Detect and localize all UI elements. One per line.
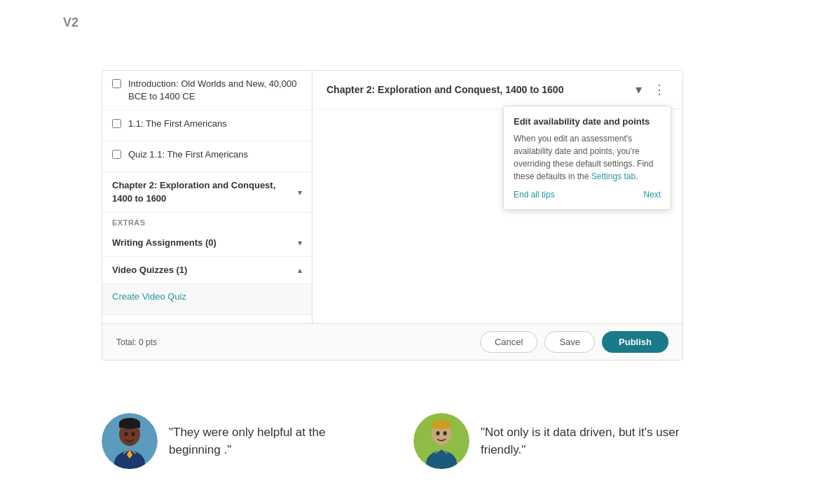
- checkbox-first-americans[interactable]: [112, 119, 121, 128]
- sidebar-item-intro[interactable]: Introduction: Old Worlds and New, 40,000…: [102, 71, 312, 111]
- sidebar-item-learning[interactable]: Learning the Keys to Physical Delivery S…: [102, 315, 312, 323]
- avatar-1: [102, 413, 158, 469]
- bottom-bar: Total: 0 pts Cancel Save Publish: [102, 323, 682, 360]
- sidebar-item-writing[interactable]: Writing Assignments (0) ▾: [102, 230, 312, 257]
- video-quizzes-chevron: ▴: [298, 265, 302, 275]
- avatar-2: [413, 413, 469, 469]
- content-area: Introduction: Old Worlds and New, 40,000…: [102, 71, 682, 323]
- chapter-chevron-btn[interactable]: ▾: [633, 80, 645, 99]
- svg-point-17: [437, 431, 440, 435]
- sidebar: Introduction: Old Worlds and New, 40,000…: [102, 71, 313, 323]
- testimonial-1: "They were only helpful at the beginning…: [102, 413, 371, 469]
- checkbox-quiz[interactable]: [112, 150, 121, 159]
- svg-rect-7: [119, 422, 140, 428]
- tooltip-popover: Edit availability date and points When y…: [503, 106, 671, 210]
- svg-rect-16: [432, 423, 451, 428]
- extras-label: EXTRAS: [102, 213, 312, 230]
- svg-point-8: [125, 432, 128, 436]
- create-video-quiz-link[interactable]: Create Video Quiz: [112, 291, 186, 302]
- tooltip-body: When you edit an assessment's availabili…: [514, 132, 661, 183]
- sidebar-item-chapter2[interactable]: Chapter 2: Exploration and Conquest, 140…: [102, 172, 312, 212]
- testimonial-2: "Not only is it data driven, but it's us…: [413, 413, 683, 469]
- chapter-title-actions: ▾ ⋮: [633, 80, 668, 99]
- chapter-title: Chapter 2: Exploration and Conquest, 140…: [327, 84, 563, 95]
- sidebar-item-video-quizzes[interactable]: Video Quizzes (1) ▴: [102, 257, 312, 284]
- svg-point-18: [444, 431, 447, 435]
- writing-chevron: ▾: [298, 238, 302, 248]
- save-button[interactable]: Save: [544, 331, 595, 353]
- tooltip-period: .: [636, 172, 638, 181]
- page-version: V2: [63, 15, 78, 30]
- sidebar-item-create-video-quiz[interactable]: Create Video Quiz: [102, 284, 312, 315]
- tooltip-footer: End all tips Next: [514, 190, 661, 200]
- checkbox-intro[interactable]: [112, 79, 121, 88]
- writing-text: Writing Assignments (0): [112, 237, 292, 249]
- chapter-title-bar: Chapter 2: Exploration and Conquest, 140…: [313, 71, 682, 109]
- sidebar-item-intro-text: Introduction: Old Worlds and New, 40,000…: [128, 78, 302, 103]
- chapter2-text: Chapter 2: Exploration and Conquest, 140…: [112, 179, 292, 204]
- testimonial-1-text: "They were only helpful at the beginning…: [169, 424, 371, 459]
- testimonials: "They were only helpful at the beginning…: [102, 413, 683, 469]
- testimonial-2-text: "Not only is it data driven, but it's us…: [481, 424, 683, 459]
- chapter-more-btn[interactable]: ⋮: [650, 80, 668, 99]
- total-pts: Total: 0 pts: [116, 337, 157, 347]
- svg-point-9: [132, 432, 135, 436]
- chevron-down-icon: ▾: [636, 82, 642, 97]
- tooltip-title: Edit availability date and points: [514, 116, 661, 127]
- right-panel: Chapter 2: Exploration and Conquest, 140…: [313, 71, 682, 323]
- sidebar-item-first-americans-text: 1.1: The First Americans: [128, 118, 302, 130]
- sidebar-item-quiz[interactable]: Quiz 1.1: The First Americans: [102, 141, 312, 172]
- chapter2-chevron: ▾: [298, 188, 302, 197]
- settings-tab-link[interactable]: Settings tab: [591, 172, 636, 181]
- video-quizzes-text: Video Quizzes (1): [112, 264, 292, 276]
- more-icon: ⋮: [653, 82, 666, 97]
- end-all-tips-link[interactable]: End all tips: [514, 190, 555, 200]
- sidebar-item-first-americans[interactable]: 1.1: The First Americans: [102, 111, 312, 141]
- bottom-actions: Cancel Save Publish: [480, 331, 668, 353]
- cancel-button[interactable]: Cancel: [480, 331, 537, 353]
- publish-button[interactable]: Publish: [602, 331, 668, 353]
- next-tip-link[interactable]: Next: [643, 190, 661, 200]
- sidebar-item-quiz-text: Quiz 1.1: The First Americans: [128, 148, 302, 161]
- main-container: Introduction: Old Worlds and New, 40,000…: [102, 70, 683, 360]
